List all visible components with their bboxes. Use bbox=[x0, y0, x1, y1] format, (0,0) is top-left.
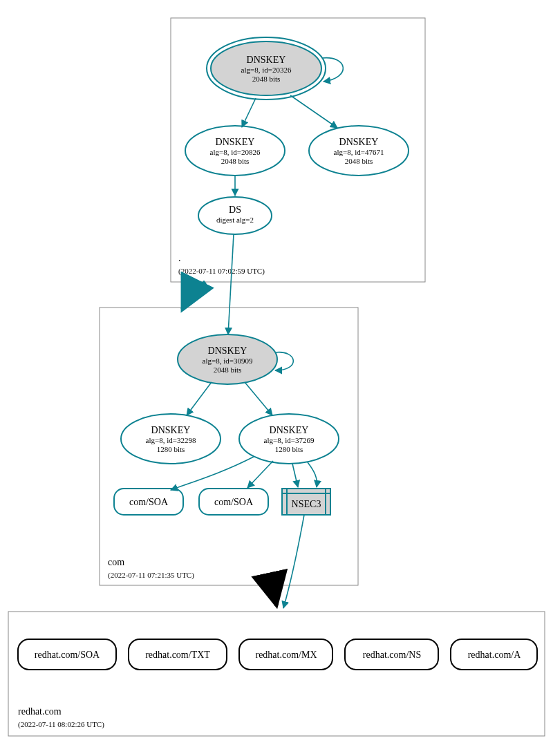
node-redhat-a: redhat.com/A bbox=[451, 639, 537, 670]
svg-text:alg=8, id=47671: alg=8, id=47671 bbox=[334, 148, 384, 156]
edge-com-zskb-nsec3-l bbox=[292, 464, 298, 487]
node-root-zsk-a: DNSKEY alg=8, id=20826 2048 bits bbox=[185, 126, 285, 176]
svg-text:alg=8, id=37269: alg=8, id=37269 bbox=[264, 436, 315, 444]
node-redhat-ns: redhat.com/NS bbox=[345, 639, 438, 670]
svg-text:alg=8, id=30909: alg=8, id=30909 bbox=[203, 357, 253, 365]
edge-com-zskb-nsec3-r bbox=[308, 462, 317, 487]
svg-text:2048 bits: 2048 bits bbox=[214, 366, 242, 374]
svg-text:redhat.com/SOA: redhat.com/SOA bbox=[35, 650, 100, 660]
node-com-soa-b: com/SOA bbox=[199, 489, 268, 515]
node-com-ksk: DNSKEY alg=8, id=30909 2048 bits bbox=[178, 334, 277, 384]
svg-text:2048 bits: 2048 bits bbox=[221, 157, 250, 165]
svg-text:alg=8, id=20826: alg=8, id=20826 bbox=[210, 148, 261, 156]
zone-root: . (2022-07-11 07:02:59 UTC) DNSKEY alg=8… bbox=[171, 18, 425, 282]
node-redhat-soa: redhat.com/SOA bbox=[18, 639, 116, 670]
edge-rootzone-comzone bbox=[182, 282, 205, 310]
svg-text:redhat.com/A: redhat.com/A bbox=[468, 650, 521, 660]
svg-text:com/SOA: com/SOA bbox=[214, 497, 254, 507]
svg-text:digest alg=2: digest alg=2 bbox=[216, 216, 254, 224]
edge-com-ksk-zska bbox=[187, 382, 212, 415]
edge-com-ksk-self bbox=[275, 352, 293, 370]
svg-text:DNSKEY: DNSKEY bbox=[216, 137, 255, 147]
zone-redhat-timestamp: (2022-07-11 08:02:26 UTC) bbox=[18, 720, 104, 729]
node-com-soa-a: com/SOA bbox=[114, 489, 183, 515]
node-com-zsk-a: DNSKEY alg=8, id=32298 1280 bits bbox=[121, 414, 221, 464]
edge-ds-comksk bbox=[228, 234, 234, 334]
node-redhat-mx: redhat.com/MX bbox=[239, 639, 332, 670]
svg-text:DNSKEY: DNSKEY bbox=[339, 137, 379, 147]
zone-redhat-label: redhat.com bbox=[18, 706, 62, 717]
zone-com: com (2022-07-11 07:21:35 UTC) DNSKEY alg… bbox=[100, 308, 358, 585]
svg-text:alg=8, id=32298: alg=8, id=32298 bbox=[146, 436, 196, 444]
zone-root-timestamp: (2022-07-11 07:02:59 UTC) bbox=[178, 267, 265, 276]
svg-text:2048 bits: 2048 bits bbox=[345, 157, 373, 165]
zone-redhat-box bbox=[8, 612, 545, 736]
svg-text:NSEC3: NSEC3 bbox=[292, 499, 321, 509]
svg-text:DNSKEY: DNSKEY bbox=[270, 425, 309, 435]
zone-redhat: redhat.com (2022-07-11 08:02:26 UTC) red… bbox=[8, 612, 545, 736]
edge-comzone-redhatzone bbox=[272, 586, 276, 605]
svg-text:DNSKEY: DNSKEY bbox=[247, 55, 286, 65]
edge-root-ksk-zska bbox=[242, 98, 256, 127]
node-root-ds: DS digest alg=2 bbox=[198, 197, 272, 234]
svg-text:redhat.com/NS: redhat.com/NS bbox=[363, 650, 421, 660]
edge-com-zskb-soab bbox=[247, 461, 273, 488]
dnssec-chain-diagram: . (2022-07-11 07:02:59 UTC) DNSKEY alg=8… bbox=[0, 0, 553, 756]
node-root-zsk-b: DNSKEY alg=8, id=47671 2048 bits bbox=[309, 126, 409, 176]
zone-com-timestamp: (2022-07-11 07:21:35 UTC) bbox=[108, 571, 194, 580]
edge-nsec3-redhat bbox=[283, 515, 304, 608]
svg-text:1280 bits: 1280 bits bbox=[157, 445, 185, 453]
zone-root-label: . bbox=[178, 253, 181, 263]
svg-text:redhat.com/TXT: redhat.com/TXT bbox=[145, 650, 210, 660]
node-root-ksk: DNSKEY alg=8, id=20326 2048 bits bbox=[207, 37, 326, 100]
node-com-nsec3: NSEC3 bbox=[282, 489, 330, 515]
node-redhat-txt: redhat.com/TXT bbox=[129, 639, 227, 670]
svg-text:DNSKEY: DNSKEY bbox=[151, 425, 191, 435]
svg-text:DNSKEY: DNSKEY bbox=[208, 346, 247, 356]
svg-text:2048 bits: 2048 bits bbox=[252, 75, 281, 83]
zone-com-label: com bbox=[108, 557, 124, 567]
svg-text:DS: DS bbox=[229, 205, 241, 215]
edge-root-ksk-zskb bbox=[290, 95, 337, 128]
svg-text:1280 bits: 1280 bits bbox=[275, 445, 303, 453]
svg-text:com/SOA: com/SOA bbox=[129, 497, 169, 507]
svg-text:redhat.com/MX: redhat.com/MX bbox=[255, 650, 317, 660]
edge-com-ksk-zskb bbox=[245, 382, 272, 415]
svg-text:alg=8, id=20326: alg=8, id=20326 bbox=[241, 66, 292, 74]
node-com-zsk-b: DNSKEY alg=8, id=37269 1280 bits bbox=[239, 414, 339, 464]
